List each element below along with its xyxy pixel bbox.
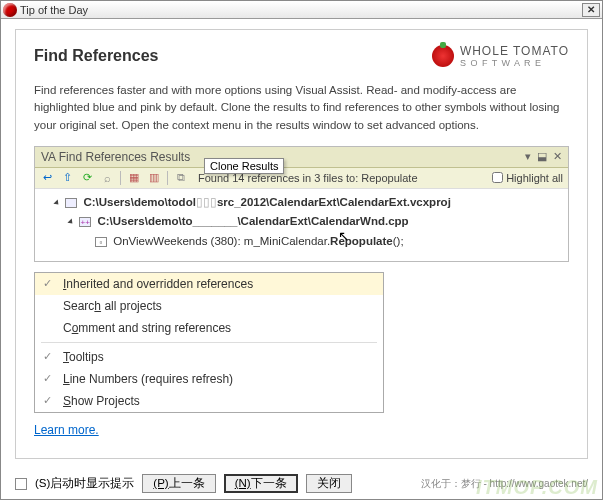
tree-row-file[interactable]: ++ C:\Users\demo\to_______\CalendarExt\C… (41, 212, 562, 232)
separator (120, 171, 121, 185)
startup-label: (S)启动时显示提示 (35, 476, 134, 491)
close-panel-icon[interactable]: ✕ (553, 150, 562, 163)
goto-icon[interactable]: ↩ (40, 171, 54, 185)
learn-more-link[interactable]: Learn more. (34, 423, 99, 437)
expand-icon[interactable]: ▥ (147, 171, 161, 185)
results-tree[interactable]: C:\Users\demo\todol▯▯▯src_2012\CalendarE… (35, 189, 568, 262)
dropdown-icon[interactable]: ▾ (525, 150, 531, 163)
check-icon: ✓ (43, 372, 52, 385)
check-icon: ✓ (43, 350, 52, 363)
window-title: Tip of the Day (20, 4, 88, 16)
panel-title-text: VA Find References Results (41, 150, 190, 164)
app-icon (3, 3, 17, 17)
check-icon: ✓ (43, 277, 52, 290)
menu-item-search-all[interactable]: Search all projects (35, 295, 383, 317)
highlight-label: Highlight all (506, 172, 563, 184)
up-icon[interactable]: ⇧ (60, 171, 74, 185)
tooltip: Clone Results (204, 158, 284, 174)
refresh-icon[interactable]: ⟳ (80, 171, 94, 185)
expander-icon[interactable] (67, 219, 74, 226)
page-title: Find References (34, 47, 158, 65)
separator (167, 171, 168, 185)
logo-line1: WHOLE TOMATO (460, 44, 569, 58)
pin-icon[interactable]: ⬓ (537, 150, 547, 163)
content-pane: Find References WHOLE TOMATO S O F T W A… (15, 29, 588, 459)
menu-item-comments[interactable]: Comment and string references (35, 317, 383, 339)
menu-item-showprojects[interactable]: ✓Show Projects (35, 390, 383, 412)
tree-row-project[interactable]: C:\Users\demo\todol▯▯▯src_2012\CalendarE… (41, 193, 562, 213)
credit-text: 汉化于：梦行 - http://www.gaotek.net/ (421, 477, 588, 491)
panel-title-bar: VA Find References Results ▾ ⬓ ✕ (35, 147, 568, 168)
close-button[interactable]: 关闭 (306, 474, 352, 493)
prev-button[interactable]: (P)上一条 (142, 474, 215, 493)
brand-logo: WHOLE TOMATO S O F T W A R E (432, 44, 569, 68)
ref-icon: ▫ (95, 237, 107, 247)
check-icon: ✓ (43, 394, 52, 407)
collapse-icon[interactable]: ▦ (127, 171, 141, 185)
tree-row-reference[interactable]: ▫ OnViewWeekends (380): m_MiniCalendar.R… (41, 232, 562, 252)
search-icon[interactable]: ⌕ (100, 171, 114, 185)
close-icon[interactable]: ✕ (582, 3, 600, 17)
results-panel: VA Find References Results ▾ ⬓ ✕ ↩ ⇧ ⟳ ⌕… (34, 146, 569, 263)
menu-item-tooltips[interactable]: ✓Tooltips (35, 346, 383, 368)
menu-item-inherited[interactable]: ✓Inherited and overridden references (35, 273, 383, 295)
expander-icon[interactable] (53, 199, 60, 206)
menu-separator (41, 342, 377, 343)
project-icon (65, 198, 77, 208)
startup-checkbox[interactable] (15, 478, 27, 490)
tomato-icon (432, 45, 454, 67)
file-icon: ++ (79, 217, 91, 227)
title-bar: Tip of the Day ✕ (1, 1, 602, 19)
footer-bar: (S)启动时显示提示 (P)上一条 (N)下一条 关闭 汉化于：梦行 - htt… (1, 474, 602, 493)
next-button[interactable]: (N)下一条 (224, 474, 298, 493)
clone-icon[interactable]: ⧉ (174, 171, 188, 185)
panel-toolbar: ↩ ⇧ ⟳ ⌕ ▦ ▥ ⧉ Found 14 references in 3 f… (35, 168, 568, 189)
context-menu: ✓Inherited and overridden references Sea… (34, 272, 384, 413)
menu-item-linenumbers[interactable]: ✓Line Numbers (requires refresh) (35, 368, 383, 390)
description-text: Find references faster and with more opt… (34, 82, 569, 134)
highlight-checkbox[interactable] (492, 172, 503, 183)
logo-line2: S O F T W A R E (460, 58, 569, 68)
